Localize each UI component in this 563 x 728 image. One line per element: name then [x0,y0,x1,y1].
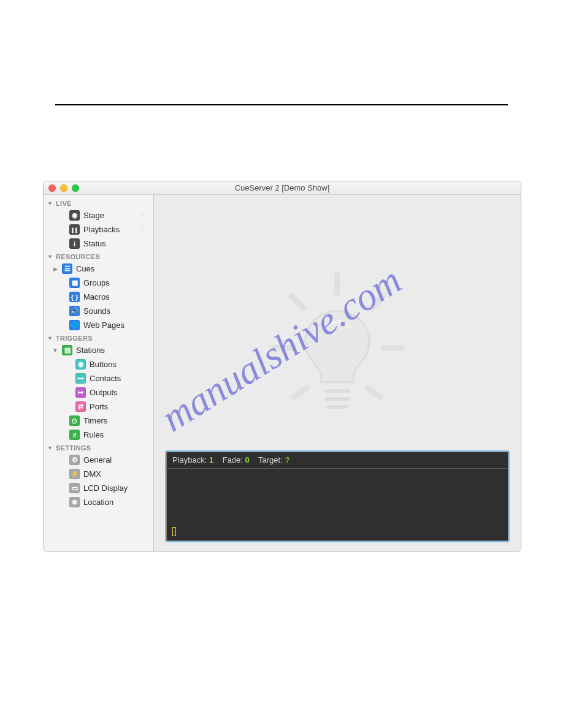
sidebar-section-settings[interactable]: ▼SETTINGS [44,442,153,453]
sidebar-item-status[interactable]: iStatus [44,237,153,251]
window-body: ▼LIVE◉Stage〉⫿⫿Playbacks〉iStatus▼RESOURCE… [44,195,521,551]
sidebar-item-label: Web Pages [83,320,148,330]
playback-value: 1 [209,455,213,464]
fade-value: 0 [245,455,250,464]
lightbulb-placeholder-icon [264,268,411,422]
expand-triangle-icon[interactable]: ▼ [52,347,58,354]
list-icon: ☰ [62,264,72,274]
window-titlebar: CueServer 2 [Demo Show] [44,181,521,195]
sidebar-item-ports[interactable]: ⇄Ports [44,400,153,414]
timers-icon: ⏲ [69,415,80,426]
disclosure-triangle-icon: ▼ [47,254,53,260]
sidebar-item-timers[interactable]: ⏲Timers [44,414,153,428]
disclosure-triangle-icon: ▼ [47,445,53,451]
horizontal-divider [55,104,508,105]
contacts-icon: ⊶ [75,373,86,384]
sidebar: ▼LIVE◉Stage〉⫿⫿Playbacks〉iStatus▼RESOURCE… [44,195,154,551]
sidebar-item-groups[interactable]: ▦Groups [44,276,153,290]
target-label: Target: [258,455,283,464]
sidebar-item-general[interactable]: ⚙General [44,453,153,467]
sidebar-item-label: Playbacks [83,225,137,234]
sidebar-item-label: Ports [90,402,148,411]
sidebar-item-location[interactable]: ⊕Location [44,495,153,509]
stations-icon: ▤ [62,345,72,355]
disclosure-triangle-icon: ▼ [47,335,53,341]
sidebar-item-macros[interactable]: { }Macros [44,290,153,304]
sidebar-item-label: Timers [83,416,148,425]
sidebar-item-label: Buttons [90,360,148,369]
brackets-icon: { } [69,292,80,302]
sound-icon: 🔊 [69,306,80,316]
svg-line-6 [368,388,380,397]
outputs-icon: ↦ [75,387,86,398]
grid-icon: ▦ [69,278,80,288]
sidebar-item-cues[interactable]: ▶☰Cues [44,262,153,276]
sidebar-item-label: Outputs [90,388,148,397]
disclosure-triangle-icon: ▼ [47,200,53,207]
sidebar-item-lcd-display[interactable]: ▭LCD Display [44,481,153,495]
sidebar-item-label: DMX [83,469,148,479]
sidebar-item-label: General [83,455,148,464]
sidebar-item-stage[interactable]: ◉Stage〉 [44,208,153,222]
sidebar-item-dmx[interactable]: ⚡DMX [44,467,153,481]
ports-icon: ⇄ [75,401,86,412]
sidebar-item-label: Location [83,498,148,507]
sliders-icon: ⫿⫿ [69,224,80,235]
app-window: CueServer 2 [Demo Show] ▼LIVE◉Stage〉⫿⫿Pl… [43,181,521,552]
buttons-icon: ◉ [75,359,86,370]
svg-line-5 [294,388,307,397]
chevron-right-icon: 〉 [140,211,148,220]
sidebar-section-resources[interactable]: ▼RESOURCES [44,251,153,262]
sidebar-item-label: Stage [83,211,137,220]
cursor-icon [172,527,176,536]
target-icon: ⊕ [69,497,80,507]
sidebar-item-label: Cues [76,264,148,273]
sidebar-item-web-pages[interactable]: 🌐Web Pages [44,318,153,332]
bolt-icon: ⚡ [69,469,80,479]
sidebar-item-label: Stations [76,346,148,355]
sidebar-item-contacts[interactable]: ⊶Contacts [44,371,153,385]
sidebar-item-playbacks[interactable]: ⫿⫿Playbacks〉 [44,222,153,237]
sidebar-item-label: Rules [83,430,148,439]
sidebar-item-rules[interactable]: #Rules [44,428,153,442]
sidebar-section-live[interactable]: ▼LIVE [44,197,153,208]
lcd-icon: ▭ [69,483,80,493]
info-icon: i [69,238,80,249]
sidebar-item-outputs[interactable]: ↦Outputs [44,385,153,400]
fade-label: Fade: [223,455,243,464]
window-title: CueServer 2 [Demo Show] [44,181,521,195]
target-value: ? [285,455,289,464]
sidebar-item-label: Contacts [90,374,148,383]
sidebar-section-triggers[interactable]: ▼TRIGGERS [44,332,153,343]
svg-line-2 [371,296,383,308]
sidebar-item-label: Status [83,239,148,248]
eye-icon: ◉ [69,210,80,221]
chevron-right-icon: 〉 [140,225,148,234]
command-console[interactable]: Playback: 1 Fade: 0 Target: ? [165,450,510,542]
sidebar-item-buttons[interactable]: ◉Buttons [44,357,153,371]
sidebar-item-label: Sounds [83,306,148,316]
gear-icon: ⚙ [69,455,80,465]
sidebar-item-label: Macros [83,292,148,301]
playback-label: Playback: [172,455,207,464]
svg-line-1 [291,296,304,308]
sidebar-item-sounds[interactable]: 🔊Sounds [44,304,153,318]
content-pane: Playback: 1 Fade: 0 Target: ? [154,195,521,551]
page: CueServer 2 [Demo Show] ▼LIVE◉Stage〉⫿⫿Pl… [0,0,563,728]
sidebar-item-label: Groups [83,278,148,287]
sidebar-item-stations[interactable]: ▼▤Stations [44,343,153,357]
rules-icon: # [69,430,80,440]
globe-icon: 🌐 [69,320,80,330]
console-status-line: Playback: 1 Fade: 0 Target: ? [166,452,508,469]
expand-triangle-icon[interactable]: ▶ [52,266,58,272]
sidebar-item-label: LCD Display [83,483,148,493]
